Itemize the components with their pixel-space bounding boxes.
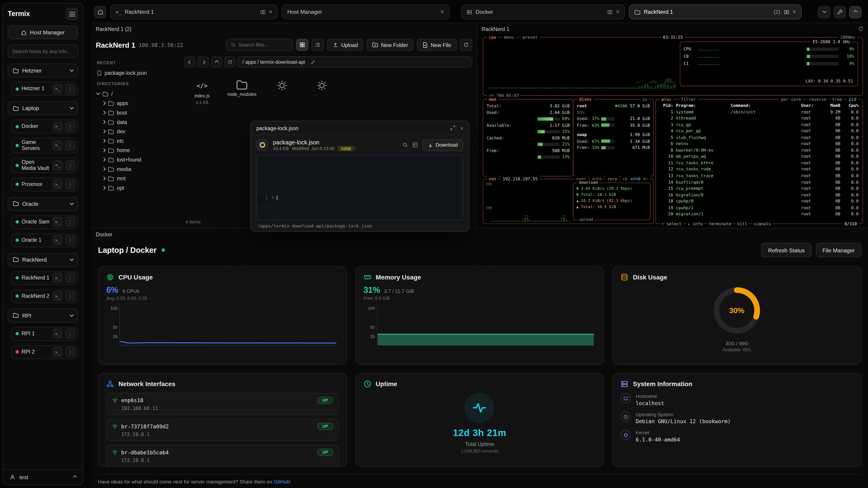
connect-terminal-button[interactable]: >_ xyxy=(53,84,63,94)
next-interface[interactable]: n› xyxy=(642,176,650,182)
disks-io-toggle[interactable]: io xyxy=(640,96,649,102)
close-icon[interactable]: × xyxy=(616,9,620,15)
connect-terminal-button[interactable]: >_ xyxy=(53,347,63,357)
tools-button[interactable] xyxy=(834,6,846,18)
home-button[interactable] xyxy=(94,6,106,18)
sync-icon[interactable] xyxy=(858,26,864,31)
close-icon[interactable]: × xyxy=(793,9,796,15)
directory-item[interactable]: data xyxy=(96,117,178,127)
directory-item[interactable]: home xyxy=(96,145,178,155)
connect-terminal-button[interactable]: >_ xyxy=(53,122,63,131)
host-menu-button[interactable]: ⋮ xyxy=(65,84,75,94)
signals-hint[interactable]: signals xyxy=(752,221,772,226)
host-item[interactable]: Oracle Sam >_ ⋮ xyxy=(11,215,78,229)
process-row[interactable]: 20 migration/1 root 0B 0.0 xyxy=(656,211,862,217)
process-row[interactable]: 5 slub_flushwq root 0B 0.0 xyxy=(656,134,862,140)
new-folder-button[interactable]: New Folder xyxy=(367,39,413,51)
close-icon[interactable]: × xyxy=(440,9,444,15)
github-link[interactable]: GitHub! xyxy=(274,479,291,485)
file-search-input[interactable] xyxy=(239,42,289,47)
refresh-files-button[interactable] xyxy=(460,39,472,51)
connect-terminal-button[interactable]: >_ xyxy=(53,217,63,227)
file-item[interactable]: </> index.js 4.3 KB xyxy=(186,80,217,105)
sort-column[interactable]: pid xyxy=(847,96,858,102)
directory-item[interactable]: boot xyxy=(96,108,178,118)
directory-item[interactable]: dev xyxy=(96,127,178,136)
host-item[interactable]: Oracle 1 >_ ⋮ xyxy=(11,233,78,247)
tab-file-manager-racknerd1[interactable]: RackNerd 1 (2) × xyxy=(629,4,802,20)
process-row[interactable]: 13 rcu_tasks_trace root 0B 0.0 xyxy=(656,173,862,179)
process-row[interactable]: 4 rcu_par_gp root 0B 0.0 xyxy=(656,128,862,134)
preset-option[interactable]: preset xyxy=(521,34,539,40)
filter-option[interactable]: filter xyxy=(679,96,698,102)
sidebar-menu-button[interactable] xyxy=(66,8,78,20)
tab-terminal-racknerd1[interactable]: >_ RackNerd 1 × xyxy=(110,4,278,20)
group-header[interactable]: RackNerd xyxy=(8,253,78,266)
directory-item[interactable]: lost+found xyxy=(96,155,178,164)
reverse-option[interactable]: reverse xyxy=(807,96,828,102)
download-button[interactable]: Download xyxy=(422,139,463,151)
interface-row[interactable]: br-d6abe1b5cab4 UP 172.18.0.1 xyxy=(106,445,339,467)
connect-terminal-button[interactable]: >_ xyxy=(53,180,63,189)
host-item[interactable]: Hetzner 1 >_ ⋮ xyxy=(11,82,78,96)
host-item[interactable]: RPI 1 >_ ⋮ xyxy=(11,327,78,341)
process-row[interactable]: 3 rcu_gp root 0B 0.0 xyxy=(656,122,862,128)
terminate-hint[interactable]: terminate xyxy=(708,221,732,226)
process-row[interactable]: 8 kworker/0:0H-ev root 0B 0.0 xyxy=(656,147,862,153)
host-menu-button[interactable]: ⋮ xyxy=(65,140,75,151)
interface-row[interactable]: br-73718f7a09d2 UP 172.19.0.1 xyxy=(106,419,339,441)
connect-terminal-button[interactable]: >_ xyxy=(53,273,63,283)
host-menu-button[interactable]: ⋮ xyxy=(65,291,75,301)
net-zero-option[interactable]: zero xyxy=(606,176,619,182)
directory-item[interactable]: mnt xyxy=(96,174,178,183)
file-item[interactable] xyxy=(266,80,297,105)
group-header[interactable]: Oracle xyxy=(8,197,78,210)
search-in-file-icon[interactable] xyxy=(402,142,408,148)
close-icon[interactable]: × xyxy=(269,9,272,15)
group-header[interactable]: Hetzner xyxy=(8,64,78,77)
up-directory-button[interactable] xyxy=(211,57,222,68)
host-menu-button[interactable]: ⋮ xyxy=(65,217,75,227)
process-row[interactable]: 15 rcu_preempt root 0B 0.0 xyxy=(656,186,862,192)
refresh-status-button[interactable]: Refresh Status xyxy=(762,243,811,257)
process-row[interactable]: 6 netns root 0B 0.0 xyxy=(656,141,862,147)
collapse-panel-button[interactable] xyxy=(849,6,862,18)
grid-view-button[interactable] xyxy=(296,39,309,51)
file-search[interactable] xyxy=(227,39,293,51)
split-view-icon[interactable] xyxy=(607,9,612,14)
host-menu-button[interactable]: ⋮ xyxy=(65,273,75,283)
file-manager-button[interactable]: File Manager xyxy=(816,243,862,257)
new-file-button[interactable]: New File xyxy=(417,39,457,51)
host-menu-button[interactable]: ⋮ xyxy=(65,180,75,189)
host-manager-button[interactable]: Host Manager xyxy=(8,26,78,39)
connect-terminal-button[interactable]: >_ xyxy=(53,140,63,151)
group-header[interactable]: RPI xyxy=(8,308,78,322)
open-in-editor-icon[interactable] xyxy=(412,142,418,148)
directory-item[interactable]: etc xyxy=(96,136,178,145)
connect-terminal-button[interactable]: >_ xyxy=(53,291,63,301)
host-menu-button[interactable]: ⋮ xyxy=(65,235,75,245)
folder-item[interactable]: node_modules xyxy=(226,80,257,105)
host-item[interactable]: RPI 2 >_ ⋮ xyxy=(11,345,78,359)
host-item[interactable]: RackNerd 2 >_ ⋮ xyxy=(11,289,78,303)
breadcrumb[interactable]: / apps / termix-download-api xyxy=(238,57,472,68)
process-row[interactable]: 16 migration/0 root 0B 0.0 xyxy=(656,192,862,198)
expand-icon[interactable] xyxy=(450,125,456,130)
close-icon[interactable]: × xyxy=(460,125,463,131)
group-header[interactable]: Laptop xyxy=(8,101,78,115)
directory-item[interactable]: opt xyxy=(96,183,178,193)
fold-icon[interactable]: ▾ xyxy=(270,195,276,201)
process-row[interactable]: 14 ksoftirqd/0 root 0B 0.0 xyxy=(656,179,862,185)
interface-row[interactable]: enp6s18 UP 192.168.68.11 xyxy=(106,393,339,415)
host-search[interactable] xyxy=(8,44,78,58)
directory-item[interactable]: media xyxy=(96,164,178,174)
host-item[interactable]: RackNerd 1 >_ ⋮ xyxy=(11,271,78,285)
connect-terminal-button[interactable]: >_ xyxy=(53,235,63,245)
split-view-icon[interactable] xyxy=(784,9,789,14)
tree-option[interactable]: tree xyxy=(830,96,844,102)
host-menu-button[interactable]: ⋮ xyxy=(65,329,75,339)
host-item[interactable]: Open Media Vault >_ ⋮ xyxy=(11,158,78,173)
split-view-icon[interactable] xyxy=(260,9,266,14)
refresh-path-button[interactable] xyxy=(224,57,235,68)
recent-file-item[interactable]: package-lock.json xyxy=(96,68,178,77)
